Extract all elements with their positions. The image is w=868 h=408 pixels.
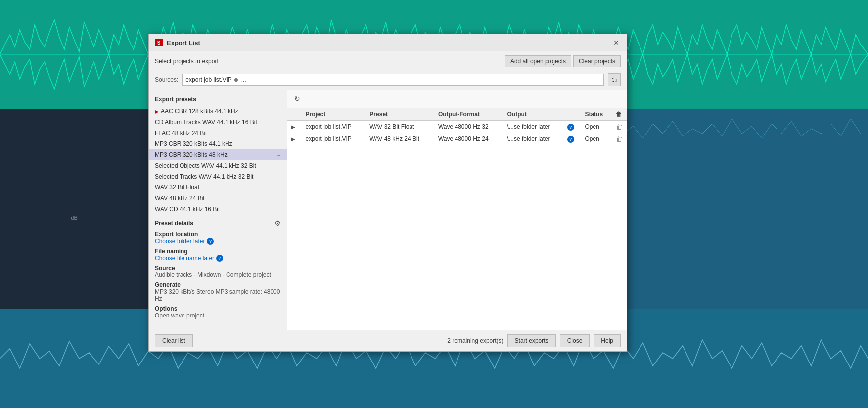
preset-item-wav48[interactable]: WAV 48 kHz 24 Bit (149, 193, 287, 204)
preset-settings-button[interactable]: ⚙ (274, 219, 281, 227)
dialog-footer: Clear list 2 remaining export(s) Start e… (149, 330, 627, 351)
footer-right: 2 remaining export(s) Start exports Clos… (447, 334, 621, 347)
export-presets-header: Export presets (149, 94, 287, 106)
sources-row: Sources: export job list.VIP ⊗ ... 🗂 (149, 71, 627, 90)
file-naming-label: File naming (155, 248, 281, 255)
row1-play: ▶ (287, 121, 301, 133)
preset-item-mp3-44[interactable]: MP3 CBR 320 kBits 44.1 kHz (149, 138, 287, 149)
db-label: dB (71, 215, 77, 221)
preset-item-sel-obj[interactable]: Selected Objects WAV 44.1 kHz 32 Bit (149, 160, 287, 171)
header-buttons: Add all open projects Clear projects (505, 55, 621, 67)
close-dialog-button[interactable]: ✕ (612, 38, 621, 47)
row2-play-button[interactable]: ▶ (291, 136, 295, 142)
export-table: Project Preset Output-Format Output Stat… (287, 108, 627, 145)
options-row: Options Open wave project (155, 305, 281, 319)
col-project-header: Project (301, 108, 365, 121)
left-panel: Export presets ▶AAC CBR 128 kBits 44.1 k… (149, 90, 287, 330)
export-location-help-icon[interactable]: ? (207, 238, 214, 245)
refresh-button[interactable]: ↻ (291, 93, 303, 105)
dialog-titlebar: S Export List ✕ (149, 34, 627, 51)
close-button[interactable]: Close (560, 334, 590, 347)
col-play-header (287, 108, 301, 121)
row1-status: Open (581, 121, 612, 133)
row2-delete: 🗑 (612, 133, 627, 145)
app-icon: S (155, 39, 163, 46)
dialog-title-left: S Export List (155, 39, 200, 46)
right-panel: ↻ Project Preset Output-Format Output St… (287, 90, 627, 330)
col-status-header: Status (581, 108, 612, 121)
row1-preset: WAV 32 Bit Float (365, 121, 434, 133)
export-location-label: Export location (155, 231, 281, 238)
source-detail-value: Audible tracks - Mixdown - Complete proj… (155, 272, 281, 278)
col-output-format-header: Output-Format (434, 108, 503, 121)
sources-input-area[interactable]: export job list.VIP ⊗ ... (182, 74, 604, 86)
file-naming-help-icon[interactable]: ? (216, 255, 223, 262)
red-arrow-icon: ▶ (155, 109, 159, 114)
source-row: Source Audible tracks - Mixdown - Comple… (155, 265, 281, 278)
row2-output-format: Wave 48000 Hz 24 (434, 133, 503, 145)
col-help-header (563, 108, 581, 121)
row2-help-icon[interactable]: ? (567, 136, 574, 143)
row2-help: ? (563, 133, 581, 145)
sources-label: Sources: (155, 76, 178, 83)
footer-left: Clear list (155, 334, 193, 347)
col-trash-header: 🗑 (612, 108, 627, 121)
source-tag-close[interactable]: ⊗ (234, 77, 238, 83)
start-exports-button[interactable]: Start exports (507, 334, 556, 347)
row1-delete-button[interactable]: 🗑 (616, 123, 623, 131)
folder-button[interactable]: 🗂 (608, 73, 621, 86)
remaining-text: 2 remaining export(s) (447, 337, 503, 344)
preset-list: ▶AAC CBR 128 kBits 44.1 kHz CD Album Tra… (149, 106, 287, 215)
add-all-open-projects-button[interactable]: Add all open projects (505, 55, 571, 67)
row2-delete-button[interactable]: 🗑 (616, 135, 623, 143)
export-location-value: Choose folder later ? (155, 238, 281, 245)
table-header-row: Project Preset Output-Format Output Stat… (287, 108, 627, 121)
sources-ellipsis[interactable]: ... (241, 76, 246, 83)
col-output-header: Output (503, 108, 563, 121)
preset-item-flac[interactable]: FLAC 48 kHz 24 Bit (149, 128, 287, 138)
row2-play: ▶ (287, 133, 301, 145)
help-button[interactable]: Help (594, 334, 621, 347)
dialog-title: Export List (167, 39, 200, 46)
preset-details-panel: Preset details ⚙ Export location Choose … (149, 215, 287, 326)
export-list-dialog: S Export List ✕ Select projects to expor… (148, 34, 627, 352)
dialog-body: Export presets ▶AAC CBR 128 kBits 44.1 k… (149, 90, 627, 330)
preset-item-mp3-48[interactable]: MP3 CBR 320 kBits 48 kHz → (149, 149, 287, 160)
file-naming-row: File naming Choose file name later ? (155, 248, 281, 262)
row1-help: ? (563, 121, 581, 133)
source-tag-text: export job list.VIP (185, 76, 231, 83)
row2-status: Open (581, 133, 612, 145)
generate-row: Generate MP3 320 kBit/s Stereo MP3 sampl… (155, 281, 281, 302)
row1-project: export job list.VIP (301, 121, 365, 133)
preset-item-wav-cd[interactable]: WAV CD 44.1 kHz 16 Bit (149, 204, 287, 215)
trash-header-icon: 🗑 (616, 111, 622, 118)
clear-list-button[interactable]: Clear list (155, 334, 193, 347)
preset-item-cd-album[interactable]: CD Album Tracks WAV 44.1 kHz 16 Bit (149, 117, 287, 128)
row2-project: export job list.VIP (301, 133, 365, 145)
options-value: Open wave project (155, 312, 281, 319)
table-toolbar: ↻ (287, 90, 627, 108)
source-detail-label: Source (155, 265, 281, 272)
preset-item-sel-tracks[interactable]: Selected Tracks WAV 44.1 kHz 32 Bit (149, 171, 287, 182)
table-row: ▶ export job list.VIP WAV 48 kHz 24 Bit … (287, 133, 627, 145)
options-label: Options (155, 305, 281, 312)
row1-output: \...se folder later (503, 121, 563, 133)
preset-details-title: Preset details (155, 220, 193, 227)
row1-play-button[interactable]: ▶ (291, 124, 295, 130)
file-naming-value: Choose file name later ? (155, 255, 281, 262)
row1-output-format: Wave 48000 Hz 32 (434, 121, 503, 133)
generate-label: Generate (155, 281, 281, 288)
preset-item-aac[interactable]: ▶AAC CBR 128 kBits 44.1 kHz (149, 106, 287, 117)
source-tag: export job list.VIP ⊗ (185, 76, 238, 83)
generate-value: MP3 320 kBit/s Stereo MP3 sample rate: 4… (155, 288, 281, 302)
preset-item-wav32[interactable]: WAV 32 Bit Float (149, 182, 287, 193)
row2-output: \...se folder later (503, 133, 563, 145)
clear-projects-button[interactable]: Clear projects (573, 55, 621, 67)
select-projects-label: Select projects to export (155, 58, 219, 65)
table-row: ▶ export job list.VIP WAV 32 Bit Float W… (287, 121, 627, 133)
dialog-header: Select projects to export Add all open p… (149, 51, 627, 71)
row1-help-icon[interactable]: ? (567, 124, 574, 131)
export-location-row: Export location Choose folder later ? (155, 231, 281, 245)
preset-details-header: Preset details ⚙ (155, 219, 281, 227)
row2-preset: WAV 48 kHz 24 Bit (365, 133, 434, 145)
